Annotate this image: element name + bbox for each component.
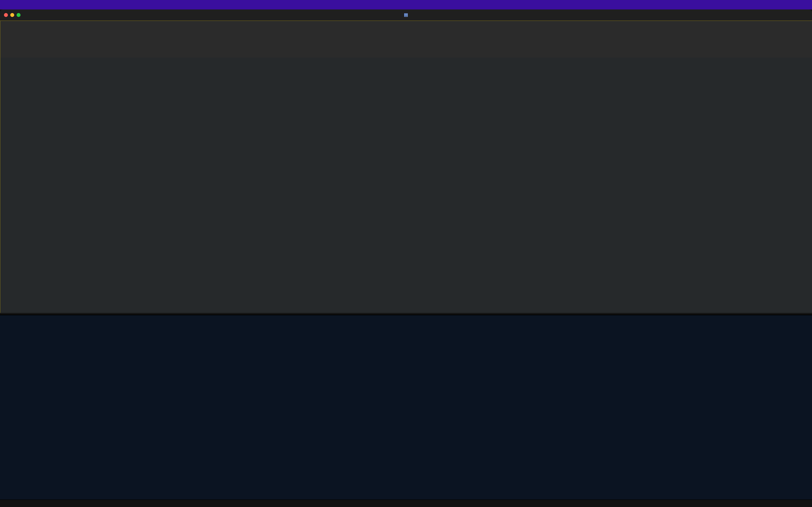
edit-window: [0, 58, 812, 313]
sync-vx-plugin-window: [0, 315, 812, 500]
bottom-plugin-tabs: [0, 500, 812, 507]
menu-bar: [0, 0, 812, 9]
app: ▤: [0, 0, 812, 507]
edit-toolbar: [0, 20, 812, 59]
window-title: ▤: [0, 12, 812, 17]
window-title-bar[interactable]: ▤: [0, 9, 812, 21]
